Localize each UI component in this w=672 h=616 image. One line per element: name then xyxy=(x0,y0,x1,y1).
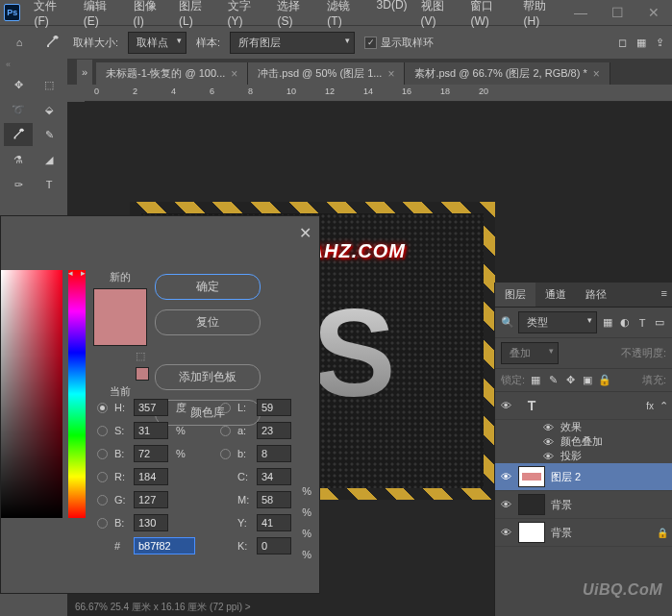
layer-item-bg2[interactable]: 👁 背景 🔒 xyxy=(495,519,672,547)
menu-filter[interactable]: 滤镜(T) xyxy=(321,0,368,30)
lock-pixels-icon[interactable]: ▦ xyxy=(529,374,542,387)
l-input[interactable] xyxy=(257,399,291,416)
hex-input[interactable] xyxy=(134,537,195,554)
tab-close-icon[interactable]: × xyxy=(593,67,600,81)
menu-window[interactable]: 窗口(W) xyxy=(464,0,515,30)
radio-b3[interactable] xyxy=(97,518,108,529)
minimize-button[interactable]: — xyxy=(566,3,595,22)
maximize-button[interactable]: ☐ xyxy=(603,3,632,22)
h-input[interactable] xyxy=(134,399,168,416)
layer-item-layer2[interactable]: 👁 图层 2 xyxy=(495,463,672,491)
menu-select[interactable]: 选择(S) xyxy=(271,0,319,30)
sample-size-dropdown[interactable]: 取样点 xyxy=(128,32,187,54)
menu-view[interactable]: 视图(V) xyxy=(415,0,463,30)
visibility-icon[interactable]: 👁 xyxy=(499,471,512,482)
gradient-tool[interactable]: ◢ xyxy=(35,148,63,171)
doc-tab-2[interactable]: 素材.psd @ 66.7% (图层 2, RGB/8) * × xyxy=(405,62,610,85)
menu-3d[interactable]: 3D(D) xyxy=(371,0,413,30)
k-input[interactable] xyxy=(257,537,291,554)
ok-button[interactable]: 确定 xyxy=(155,274,261,300)
filter-kind-dropdown[interactable]: 类型 xyxy=(518,311,597,333)
tab-close-icon[interactable]: × xyxy=(231,67,237,81)
filter-type-icon[interactable]: T xyxy=(635,316,649,330)
cube-icon[interactable]: ⬚ xyxy=(136,350,149,363)
a-input[interactable] xyxy=(257,422,291,439)
panel-menu-icon[interactable]: ≡ xyxy=(657,283,672,307)
filter-image-icon[interactable]: ▦ xyxy=(601,316,614,330)
radio-r[interactable] xyxy=(97,472,108,482)
reset-button[interactable]: 复位 xyxy=(155,309,261,335)
type-tool[interactable]: T xyxy=(35,173,63,196)
b-hsb-input[interactable] xyxy=(134,445,168,462)
marquee-tool[interactable]: ⬚ xyxy=(35,73,63,96)
panel-tab-layers[interactable]: 图层 xyxy=(495,283,535,307)
radio-s[interactable] xyxy=(97,426,108,436)
doc-tab-0[interactable]: 未标题-1-恢复的 @ 100... × xyxy=(96,62,248,85)
search-icon[interactable]: 🔍 xyxy=(501,316,514,329)
effect-drop-shadow[interactable]: 👁投影 xyxy=(495,449,672,463)
panel-tab-paths[interactable]: 路径 xyxy=(576,283,616,307)
layer-item-ps[interactable]: 👁 T fx ⌃ xyxy=(495,392,672,420)
filter-shape-icon[interactable]: ▭ xyxy=(653,316,666,330)
layer-item-bg1[interactable]: 👁 背景 xyxy=(495,491,672,519)
r-input[interactable] xyxy=(134,468,168,485)
color-field[interactable] xyxy=(1,270,62,518)
pin-icon[interactable]: ◻ xyxy=(618,37,627,49)
radio-l[interactable] xyxy=(220,403,231,413)
y-input[interactable] xyxy=(257,514,291,531)
dialog-close-icon[interactable]: ✕ xyxy=(299,224,311,242)
show-ring-checkbox[interactable]: ✓ 显示取样环 xyxy=(364,36,434,50)
eyedropper-icon[interactable] xyxy=(40,31,63,54)
lock-position-icon[interactable]: ✥ xyxy=(563,374,577,387)
clone-tool[interactable]: ⚗ xyxy=(4,148,33,171)
collapse-icon[interactable]: ⌃ xyxy=(660,400,668,412)
lock-all-icon[interactable]: 🔒 xyxy=(598,374,611,387)
visibility-icon[interactable]: 👁 xyxy=(499,499,512,510)
home-icon[interactable]: ⌂ xyxy=(8,31,31,54)
radio-b[interactable] xyxy=(97,449,108,459)
menu-help[interactable]: 帮助(H) xyxy=(517,0,566,30)
eyedropper-tool[interactable] xyxy=(4,123,33,146)
filter-adjust-icon[interactable]: ◐ xyxy=(618,316,632,330)
menu-file[interactable]: 文件(F) xyxy=(28,0,75,30)
brush-tool[interactable]: ✎ xyxy=(35,123,63,146)
g-input[interactable] xyxy=(134,491,168,508)
s-input[interactable] xyxy=(134,422,168,439)
close-button[interactable]: ✕ xyxy=(639,3,668,22)
b-lab-input[interactable] xyxy=(257,445,291,462)
menu-layer[interactable]: 图层(L) xyxy=(173,0,220,30)
radio-a[interactable] xyxy=(220,426,231,436)
m-input[interactable] xyxy=(257,491,291,508)
panel-tab-channels[interactable]: 通道 xyxy=(535,283,576,307)
effect-color-overlay[interactable]: 👁颜色叠加 xyxy=(495,434,672,449)
radio-h[interactable] xyxy=(97,403,108,413)
share-icon[interactable]: ⇪ xyxy=(656,37,664,49)
add-swatch-button[interactable]: 添加到色板 xyxy=(155,364,261,390)
menu-image[interactable]: 图像(I) xyxy=(128,0,171,30)
sample-dropdown[interactable]: 所有图层 xyxy=(230,32,355,54)
visibility-icon[interactable]: 👁 xyxy=(499,527,512,538)
ruler-horizontal[interactable]: 0 2 4 6 8 10 12 14 16 18 20 xyxy=(67,85,672,102)
pen-tool[interactable]: ✑ xyxy=(4,173,33,196)
c-input[interactable] xyxy=(257,468,291,485)
lasso-tool[interactable]: ➰ xyxy=(4,98,33,121)
radio-g[interactable] xyxy=(97,495,108,505)
menu-edit[interactable]: 编辑(E) xyxy=(78,0,126,30)
web-safe-swatch[interactable] xyxy=(136,367,149,381)
workspace-icon[interactable]: ▦ xyxy=(636,37,646,49)
blend-mode-dropdown[interactable]: 叠加 xyxy=(501,342,559,364)
quick-select-tool[interactable]: ⬙ xyxy=(35,98,63,121)
radio-b2[interactable] xyxy=(220,449,231,459)
lock-brush-icon[interactable]: ✎ xyxy=(546,374,560,387)
tab-strip-toggle[interactable]: » xyxy=(77,60,92,85)
hue-slider[interactable]: ◂▸ xyxy=(68,270,86,518)
tab-close-icon[interactable]: × xyxy=(387,67,394,81)
b-rgb-input[interactable] xyxy=(134,514,168,531)
move-tool[interactable]: ✥ xyxy=(4,73,33,96)
effects-header[interactable]: 👁效果 xyxy=(495,420,672,434)
lock-artboard-icon[interactable]: ▣ xyxy=(581,374,594,387)
visibility-icon[interactable]: 👁 xyxy=(499,400,512,411)
fx-badge[interactable]: fx xyxy=(646,401,654,411)
doc-tab-1[interactable]: 冲击.psd @ 50% (图层 1... × xyxy=(248,62,405,85)
menu-type[interactable]: 文字(Y) xyxy=(222,0,270,30)
